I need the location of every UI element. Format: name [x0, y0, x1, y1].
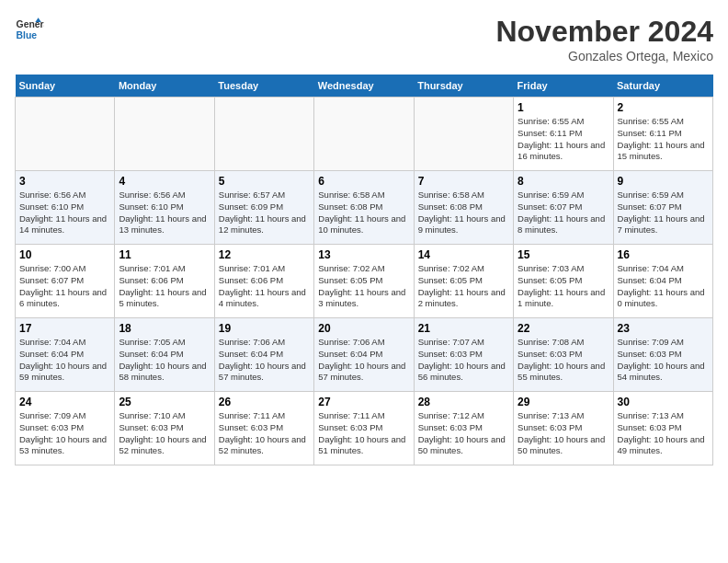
day-cell: 9Sunrise: 6:59 AM Sunset: 6:07 PM Daylig…: [613, 171, 712, 245]
day-cell: 13Sunrise: 7:02 AM Sunset: 6:05 PM Dayli…: [314, 245, 414, 318]
calendar-body: 1Sunrise: 6:55 AM Sunset: 6:11 PM Daylig…: [16, 98, 713, 465]
day-cell: 3Sunrise: 6:56 AM Sunset: 6:10 PM Daylig…: [16, 171, 115, 245]
day-cell: 11Sunrise: 7:01 AM Sunset: 6:06 PM Dayli…: [115, 245, 214, 318]
weekday-friday: Friday: [514, 75, 613, 98]
day-number: 18: [119, 322, 210, 335]
day-cell: 4Sunrise: 6:56 AM Sunset: 6:10 PM Daylig…: [115, 171, 214, 245]
calendar-header: SundayMondayTuesdayWednesdayThursdayFrid…: [16, 75, 713, 98]
weekday-sunday: Sunday: [16, 75, 115, 98]
day-info: Sunrise: 7:06 AM Sunset: 6:04 PM Dayligh…: [318, 337, 409, 384]
day-cell: 28Sunrise: 7:12 AM Sunset: 6:03 PM Dayli…: [414, 392, 513, 465]
day-number: 5: [219, 175, 310, 188]
day-cell: 2Sunrise: 6:55 AM Sunset: 6:11 PM Daylig…: [613, 98, 712, 171]
day-number: 17: [19, 322, 110, 335]
day-cell: 10Sunrise: 7:00 AM Sunset: 6:07 PM Dayli…: [16, 245, 115, 318]
day-number: 16: [618, 248, 709, 261]
day-cell: 30Sunrise: 7:13 AM Sunset: 6:03 PM Dayli…: [613, 392, 712, 465]
day-info: Sunrise: 7:12 AM Sunset: 6:03 PM Dayligh…: [418, 410, 509, 457]
day-info: Sunrise: 6:55 AM Sunset: 6:11 PM Dayligh…: [518, 116, 609, 163]
day-info: Sunrise: 7:02 AM Sunset: 6:05 PM Dayligh…: [318, 263, 409, 310]
day-info: Sunrise: 7:13 AM Sunset: 6:03 PM Dayligh…: [618, 410, 709, 457]
day-cell: 7Sunrise: 6:58 AM Sunset: 6:08 PM Daylig…: [414, 171, 513, 245]
day-number: 22: [518, 322, 609, 335]
day-number: 23: [618, 322, 709, 335]
day-info: Sunrise: 7:05 AM Sunset: 6:04 PM Dayligh…: [119, 337, 210, 384]
day-number: 6: [318, 175, 409, 188]
day-number: 10: [19, 248, 110, 261]
day-cell: 24Sunrise: 7:09 AM Sunset: 6:03 PM Dayli…: [16, 392, 115, 465]
day-cell: 26Sunrise: 7:11 AM Sunset: 6:03 PM Dayli…: [214, 392, 313, 465]
day-info: Sunrise: 6:56 AM Sunset: 6:10 PM Dayligh…: [19, 190, 110, 236]
weekday-saturday: Saturday: [613, 75, 712, 98]
day-info: Sunrise: 7:09 AM Sunset: 6:03 PM Dayligh…: [19, 410, 110, 457]
day-number: 19: [219, 322, 310, 335]
day-info: Sunrise: 7:00 AM Sunset: 6:07 PM Dayligh…: [19, 263, 110, 310]
day-info: Sunrise: 7:04 AM Sunset: 6:04 PM Dayligh…: [618, 263, 709, 310]
day-cell: 22Sunrise: 7:08 AM Sunset: 6:03 PM Dayli…: [514, 318, 613, 392]
day-number: 4: [119, 175, 210, 188]
month-title: November 2024: [495, 15, 713, 49]
day-number: 8: [518, 175, 609, 188]
day-number: 7: [418, 175, 509, 188]
day-number: 14: [418, 248, 509, 261]
svg-text:Blue: Blue: [17, 30, 38, 40]
day-cell: 27Sunrise: 7:11 AM Sunset: 6:03 PM Dayli…: [314, 392, 414, 465]
day-cell: 5Sunrise: 6:57 AM Sunset: 6:09 PM Daylig…: [214, 171, 313, 245]
day-number: 2: [618, 101, 709, 114]
day-info: Sunrise: 6:58 AM Sunset: 6:08 PM Dayligh…: [418, 190, 509, 236]
day-info: Sunrise: 7:04 AM Sunset: 6:04 PM Dayligh…: [19, 337, 110, 384]
day-number: 1: [518, 101, 609, 114]
day-cell: [115, 98, 214, 171]
day-cell: [314, 98, 414, 171]
logo: General Blue: [15, 15, 44, 44]
location: Gonzales Ortega, Mexico: [495, 49, 713, 63]
weekday-thursday: Thursday: [414, 75, 513, 98]
week-row-1: 1Sunrise: 6:55 AM Sunset: 6:11 PM Daylig…: [16, 98, 713, 171]
day-cell: [414, 98, 513, 171]
day-info: Sunrise: 7:09 AM Sunset: 6:03 PM Dayligh…: [618, 337, 709, 384]
day-cell: [16, 98, 115, 171]
day-cell: 21Sunrise: 7:07 AM Sunset: 6:03 PM Dayli…: [414, 318, 513, 392]
day-info: Sunrise: 6:59 AM Sunset: 6:07 PM Dayligh…: [618, 190, 709, 236]
day-number: 30: [618, 396, 709, 408]
day-cell: 16Sunrise: 7:04 AM Sunset: 6:04 PM Dayli…: [613, 245, 712, 318]
day-cell: 17Sunrise: 7:04 AM Sunset: 6:04 PM Dayli…: [16, 318, 115, 392]
day-number: 29: [518, 396, 609, 408]
calendar-table: SundayMondayTuesdayWednesdayThursdayFrid…: [15, 75, 713, 465]
day-number: 20: [318, 322, 409, 335]
weekday-tuesday: Tuesday: [214, 75, 313, 98]
day-number: 27: [318, 396, 409, 408]
day-info: Sunrise: 6:55 AM Sunset: 6:11 PM Dayligh…: [618, 116, 709, 163]
day-cell: 18Sunrise: 7:05 AM Sunset: 6:04 PM Dayli…: [115, 318, 214, 392]
day-info: Sunrise: 6:56 AM Sunset: 6:10 PM Dayligh…: [119, 190, 210, 236]
day-number: 15: [518, 248, 609, 261]
day-number: 24: [19, 396, 110, 408]
day-cell: 8Sunrise: 6:59 AM Sunset: 6:07 PM Daylig…: [514, 171, 613, 245]
day-info: Sunrise: 6:59 AM Sunset: 6:07 PM Dayligh…: [518, 190, 609, 236]
day-cell: 1Sunrise: 6:55 AM Sunset: 6:11 PM Daylig…: [514, 98, 613, 171]
week-row-3: 10Sunrise: 7:00 AM Sunset: 6:07 PM Dayli…: [16, 245, 713, 318]
day-info: Sunrise: 7:03 AM Sunset: 6:05 PM Dayligh…: [518, 263, 609, 310]
day-number: 21: [418, 322, 509, 335]
day-info: Sunrise: 6:57 AM Sunset: 6:09 PM Dayligh…: [219, 190, 310, 236]
day-info: Sunrise: 7:01 AM Sunset: 6:06 PM Dayligh…: [219, 263, 310, 310]
day-cell: 23Sunrise: 7:09 AM Sunset: 6:03 PM Dayli…: [613, 318, 712, 392]
day-number: 26: [219, 396, 310, 408]
day-info: Sunrise: 7:08 AM Sunset: 6:03 PM Dayligh…: [518, 337, 609, 384]
day-info: Sunrise: 7:10 AM Sunset: 6:03 PM Dayligh…: [119, 410, 210, 457]
weekday-monday: Monday: [115, 75, 214, 98]
day-info: Sunrise: 7:13 AM Sunset: 6:03 PM Dayligh…: [518, 410, 609, 457]
day-cell: 12Sunrise: 7:01 AM Sunset: 6:06 PM Dayli…: [214, 245, 313, 318]
day-number: 11: [119, 248, 210, 261]
week-row-4: 17Sunrise: 7:04 AM Sunset: 6:04 PM Dayli…: [16, 318, 713, 392]
logo-icon: General Blue: [15, 15, 44, 44]
weekday-wednesday: Wednesday: [314, 75, 414, 98]
day-info: Sunrise: 7:01 AM Sunset: 6:06 PM Dayligh…: [119, 263, 210, 310]
day-info: Sunrise: 7:11 AM Sunset: 6:03 PM Dayligh…: [318, 410, 409, 457]
week-row-5: 24Sunrise: 7:09 AM Sunset: 6:03 PM Dayli…: [16, 392, 713, 465]
day-info: Sunrise: 6:58 AM Sunset: 6:08 PM Dayligh…: [318, 190, 409, 236]
day-cell: 25Sunrise: 7:10 AM Sunset: 6:03 PM Dayli…: [115, 392, 214, 465]
day-cell: 20Sunrise: 7:06 AM Sunset: 6:04 PM Dayli…: [314, 318, 414, 392]
week-row-2: 3Sunrise: 6:56 AM Sunset: 6:10 PM Daylig…: [16, 171, 713, 245]
day-number: 12: [219, 248, 310, 261]
